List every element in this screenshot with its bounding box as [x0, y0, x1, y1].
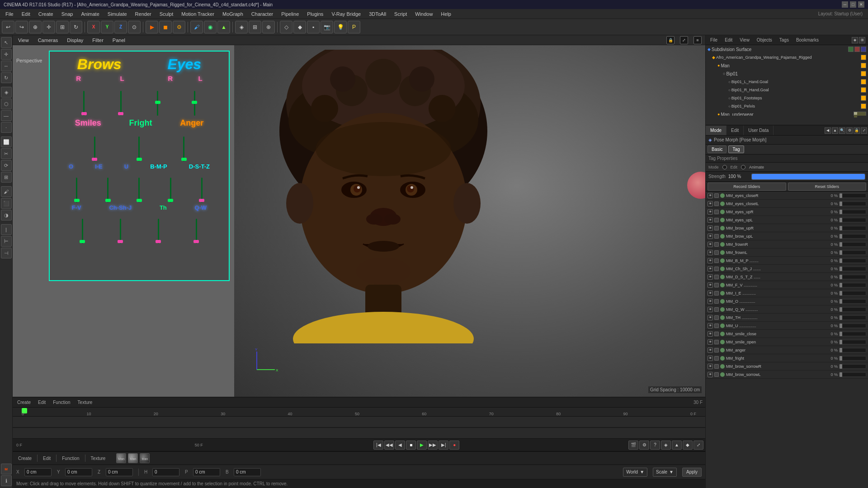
eyes-l-slider[interactable]: [194, 91, 195, 116]
morph-eye-6[interactable]: 👁: [708, 242, 713, 247]
morph-check-18[interactable]: [714, 340, 719, 344]
am-next-icon[interactable]: ▲: [832, 127, 838, 134]
morph-slider-6[interactable]: [839, 242, 866, 247]
menu-3dtoall[interactable]: 3DToAll: [365, 10, 390, 18]
tool-render[interactable]: ▶: [146, 21, 158, 33]
viewport-header-panel[interactable]: Panel: [111, 37, 127, 44]
tool-redo[interactable]: ↪: [15, 21, 28, 33]
morph-slider-3[interactable]: [839, 218, 866, 222]
om-content[interactable]: ◆ Subdivision Surface ◆ Afro_American_Gr…: [706, 45, 868, 116]
timeline-ruler[interactable]: 0 10 20 30 40 50 60 70 80 90 0 F: [13, 408, 705, 417]
tool-y-axis[interactable]: Y: [101, 21, 113, 33]
om-icon-1[interactable]: ◈: [852, 37, 858, 43]
coord-x-value[interactable]: 0 cm: [24, 468, 52, 476]
smiles-slider[interactable]: [94, 136, 95, 161]
phoneme-ie-slider[interactable]: [107, 178, 108, 202]
left-tool-info[interactable]: ℹ: [1, 475, 12, 486]
viewport-3d[interactable]: Perspective Brows Eyes R L R L: [13, 45, 705, 397]
morph-eye-14[interactable]: 👁: [708, 307, 713, 312]
am-tab-edit[interactable]: Edit: [726, 126, 744, 135]
scale-dropdown[interactable]: Scale ▼: [653, 468, 677, 477]
left-tool-paint[interactable]: 🖌: [1, 186, 12, 197]
tag-mode-radio[interactable]: [722, 165, 727, 169]
phoneme-chshj-slider[interactable]: [120, 219, 121, 244]
morph-check-14[interactable]: [714, 307, 719, 312]
morph-row-4[interactable]: 👁 MM_brow_upR 0 %: [706, 224, 868, 232]
om-edit-icon-1[interactable]: [854, 47, 860, 52]
coord-p-value[interactable]: 0 cm: [193, 468, 220, 476]
tl-play-back[interactable]: ◀: [395, 441, 405, 450]
morph-row-15[interactable]: 👁 MM_TH .............. 0 %: [706, 314, 868, 322]
om-item-bip01-pelvis[interactable]: ○ Bip01_Pelvis: [706, 102, 868, 110]
mat-tab-create[interactable]: Create: [14, 455, 35, 462]
morph-slider-13[interactable]: [839, 299, 866, 304]
om-color-rhand[interactable]: [861, 87, 866, 93]
morph-eye-5[interactable]: 👁: [708, 234, 713, 239]
morph-slider-7[interactable]: [839, 250, 866, 255]
morph-slider-19[interactable]: [839, 348, 866, 352]
morph-slider-5[interactable]: [839, 234, 866, 239]
tool-z-axis[interactable]: Z: [114, 21, 127, 33]
tl-next-frame[interactable]: ▶▶: [428, 441, 438, 450]
menu-script[interactable]: Script: [391, 10, 410, 18]
minimize-button[interactable]: ─: [842, 1, 848, 8]
strength-slider[interactable]: [751, 174, 865, 180]
morph-row-21[interactable]: 👁 MM_brow_sorrowR 0 %: [706, 362, 868, 371]
morph-check-3[interactable]: [714, 218, 719, 222]
om-tab-view[interactable]: View: [738, 37, 751, 43]
morph-eye-9[interactable]: 👁: [708, 266, 713, 272]
om-color-bip01[interactable]: [861, 71, 866, 76]
morph-eye-16[interactable]: 👁: [708, 323, 713, 328]
morph-slider-2[interactable]: [839, 210, 866, 214]
mat-tab-edit[interactable]: Edit: [39, 455, 54, 462]
morph-check-21[interactable]: [714, 364, 719, 369]
am-subtab-tag[interactable]: Tag: [728, 145, 744, 153]
tool-render-view[interactable]: ◼: [159, 21, 172, 33]
tl-animate-btn[interactable]: ▲: [672, 441, 682, 450]
left-tool-deform[interactable]: ◈: [1, 87, 12, 98]
left-tool-material[interactable]: ◑: [1, 210, 12, 221]
morph-row-8[interactable]: 👁 MM_B_M_P ........ 0 %: [706, 257, 868, 265]
tool-camera[interactable]: 📷: [321, 21, 333, 33]
morph-row-6[interactable]: 👁 MM_frownR 0 %: [706, 240, 868, 249]
om-tab-edit[interactable]: Edit: [723, 37, 734, 43]
left-tool-point[interactable]: ·: [1, 122, 12, 133]
om-item-underwear[interactable]: ● Man_underwear: [706, 110, 868, 116]
reset-sliders-button[interactable]: Reset Sliders: [788, 183, 867, 191]
tool-x-axis[interactable]: X: [87, 21, 100, 33]
tl-key-btn[interactable]: ◆: [683, 441, 693, 450]
menu-window[interactable]: Window: [411, 10, 436, 18]
anger-slider[interactable]: [183, 136, 184, 161]
morph-eye-15[interactable]: 👁: [708, 315, 713, 320]
om-color-man[interactable]: [861, 63, 866, 68]
am-expand-icon[interactable]: ⤢: [861, 127, 867, 134]
morph-eye-8[interactable]: 👁: [708, 258, 713, 263]
om-checkered-underwear[interactable]: [854, 112, 866, 116]
left-tool-scale[interactable]: ↔: [1, 61, 12, 71]
tool-undo[interactable]: ↩: [2, 21, 14, 33]
morph-eye-3[interactable]: 👁: [708, 217, 713, 223]
morph-list[interactable]: 👁 MM_eyes_closeR 0 % 👁 MM_eyes_closetL 0…: [706, 192, 868, 488]
morph-slider-12[interactable]: [839, 291, 866, 296]
coord-y-value[interactable]: 0 cm: [65, 468, 92, 476]
menu-pipeline[interactable]: Pipeline: [278, 10, 302, 18]
tl-settings-btn[interactable]: ⚙: [639, 441, 649, 450]
morph-check-1[interactable]: [714, 202, 719, 206]
tool-live-select[interactable]: ⊕: [29, 21, 42, 33]
left-tool-edge[interactable]: —: [1, 110, 12, 121]
morph-row-16[interactable]: 👁 MM_U ............... 0 %: [706, 322, 868, 330]
om-color-footsteps[interactable]: [861, 95, 866, 101]
morph-row-22[interactable]: 👁 MM_brow_sorrowL 0 %: [706, 371, 868, 379]
morph-row-3[interactable]: 👁 MM_eyes_upL 0 %: [706, 216, 868, 224]
morph-check-10[interactable]: [714, 275, 719, 279]
menu-vray[interactable]: V-Ray Bridge: [328, 10, 364, 18]
morph-row-13[interactable]: 👁 MM_O .............. 0 %: [706, 297, 868, 305]
morph-row-0[interactable]: 👁 MM_eyes_closeR 0 %: [706, 192, 868, 200]
tl-tab-create[interactable]: Create: [15, 399, 33, 405]
apply-button[interactable]: Apply: [682, 468, 702, 477]
tl-morph-btn[interactable]: ◈: [661, 441, 671, 450]
coord-z-value[interactable]: 0 cm: [106, 468, 133, 476]
tool-axis[interactable]: ⊕: [262, 21, 275, 33]
morph-check-16[interactable]: [714, 324, 719, 328]
morph-check-12[interactable]: [714, 291, 719, 296]
